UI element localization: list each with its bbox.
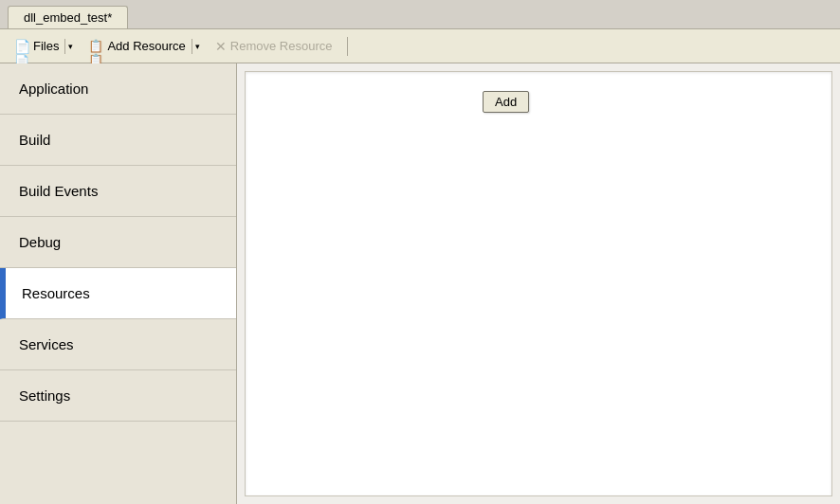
add-button[interactable]: Add — [483, 91, 529, 113]
add-button-label: Add — [495, 95, 517, 109]
document-tab[interactable]: dll_embed_test* — [8, 6, 128, 28]
add-resource-dropdown-arrow[interactable]: ▾ — [192, 39, 200, 54]
remove-resource-icon: ✕ — [215, 39, 227, 54]
add-resource-icon: 📋 — [88, 39, 103, 54]
sidebar-item-services[interactable]: Services — [0, 319, 236, 370]
sidebar-item-label-settings: Settings — [19, 387, 70, 404]
sidebar-item-application[interactable]: Application — [0, 63, 236, 115]
sidebar-item-label-build-events: Build Events — [19, 183, 98, 199]
sidebar-item-build-events[interactable]: Build Events — [0, 166, 236, 217]
remove-resource-button[interactable]: ✕ Remove Resource — [207, 35, 341, 58]
sidebar-item-settings[interactable]: Settings — [0, 370, 236, 422]
sidebar-item-label-build: Build — [19, 132, 50, 148]
files-dropdown-arrow[interactable]: ▾ — [64, 39, 73, 54]
sidebar-item-label-application: Application — [19, 81, 88, 97]
sidebar-item-label-debug: Debug — [19, 234, 61, 250]
files-icon: 📄 — [14, 39, 29, 54]
files-label: Files — [33, 39, 59, 53]
main-container: 📄 Files ▾ 📋 Add Resource ▾ ✕ Remove Reso… — [0, 28, 840, 504]
add-resource-button[interactable]: 📋 Add Resource ▾ — [80, 35, 204, 58]
sidebar-item-build[interactable]: Build — [0, 115, 236, 166]
add-resource-label: Add Resource — [107, 39, 185, 53]
sidebar-item-label-services: Services — [19, 336, 74, 352]
body-area: Application Build Build Events Debug Res… — [0, 63, 840, 504]
toolbar: 📄 Files ▾ 📋 Add Resource ▾ ✕ Remove Reso… — [0, 29, 840, 63]
title-tab-bar: dll_embed_test* — [0, 0, 840, 28]
sidebar-item-debug[interactable]: Debug — [0, 217, 236, 268]
document-tab-label: dll_embed_test* — [24, 10, 112, 25]
content-area: Add — [237, 63, 840, 504]
files-button[interactable]: 📄 Files ▾ — [6, 35, 78, 58]
content-inner: Add — [245, 71, 832, 496]
sidebar-item-label-resources: Resources — [22, 285, 90, 301]
toolbar-separator — [347, 37, 348, 56]
remove-resource-label: Remove Resource — [230, 39, 333, 53]
sidebar-item-resources[interactable]: Resources — [0, 268, 236, 319]
sidebar: Application Build Build Events Debug Res… — [0, 63, 237, 504]
